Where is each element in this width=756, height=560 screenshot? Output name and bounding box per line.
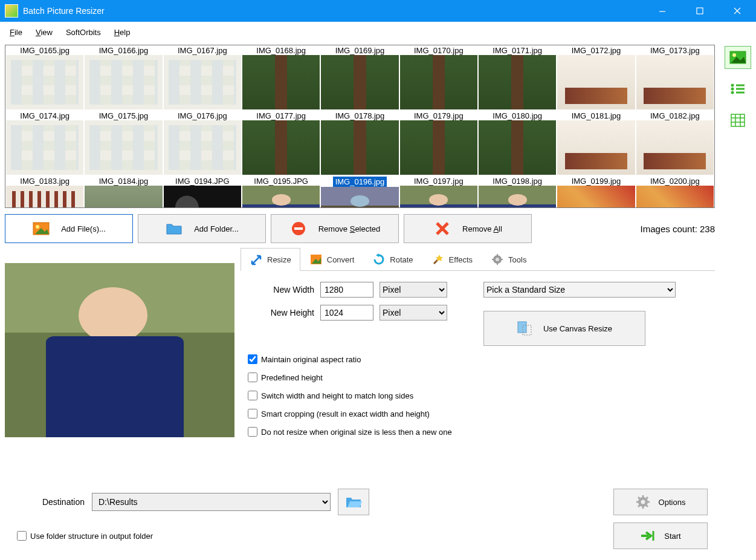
svg-marker-13 — [376, 253, 379, 257]
height-unit-select[interactable]: Pixel — [380, 305, 447, 321]
thumbnail-item[interactable]: IMG_0172.jpg — [557, 45, 635, 111]
thumbnail-item[interactable]: IMG_0167.jpg — [163, 45, 242, 111]
browse-dest-button[interactable] — [338, 489, 369, 515]
new-width-input[interactable] — [320, 282, 373, 298]
thumbnail-item[interactable]: IMG_0170.jpg — [399, 45, 478, 111]
svg-rect-43 — [731, 114, 745, 126]
thumbnail-filename: IMG_0181.jpg — [572, 111, 621, 120]
thumbnail-image — [557, 55, 635, 109]
thumbnail-filename: IMG_0177.jpg — [256, 111, 306, 120]
thumbnail-image — [557, 186, 635, 207]
tab-convert[interactable]: Convert — [300, 248, 364, 270]
gear-icon — [636, 495, 650, 509]
add-files-button[interactable]: Add File(s)... — [5, 214, 133, 243]
options-button[interactable]: Options — [613, 489, 708, 515]
tab-effects[interactable]: Effects — [422, 248, 482, 270]
chk-switch[interactable]: Switch width and height to match long si… — [248, 391, 708, 400]
canvas-resize-button[interactable]: Use Canvas Resize — [483, 311, 645, 346]
minimize-button[interactable] — [644, 0, 681, 22]
thumbnail-image — [321, 187, 398, 207]
tab-tools[interactable]: Tools — [482, 248, 535, 270]
standard-size-select[interactable]: Pick a Standard Size — [483, 282, 676, 298]
chk-aspect[interactable]: Maintain original aspect ratio — [248, 354, 708, 364]
menu-view[interactable]: View — [30, 25, 59, 39]
thumbnail-item[interactable]: IMG_0179.jpg — [399, 111, 478, 176]
width-unit-select[interactable]: Pixel — [380, 282, 447, 298]
view-thumbnails-button[interactable] — [725, 46, 751, 69]
thumbnail-image — [400, 55, 477, 109]
menu-help[interactable]: Help — [108, 25, 137, 39]
remove-all-button[interactable]: Remove All — [404, 214, 532, 243]
thumbnail-item[interactable]: IMG_0184.jpg — [84, 176, 163, 207]
thumbnail-image — [164, 120, 241, 175]
thumbnail-item[interactable]: IMG_0198.jpg — [478, 176, 557, 207]
thumbnail-filename: IMG_0168.jpg — [256, 46, 306, 55]
svg-point-5 — [36, 225, 39, 229]
view-list-button[interactable] — [725, 77, 751, 100]
thumbnail-item[interactable]: IMG_0183.jpg — [5, 176, 84, 207]
svg-point-38 — [731, 88, 734, 91]
thumbnail-filename: IMG_0182.jpg — [650, 111, 700, 120]
thumbnail-image — [242, 55, 320, 109]
preview-pane — [5, 248, 234, 452]
remove-selected-button[interactable]: Remove Selected — [271, 214, 399, 243]
svg-rect-8 — [294, 227, 303, 230]
svg-line-30 — [646, 505, 648, 507]
chk-noup[interactable]: Do not resize when original size is less… — [248, 427, 708, 437]
thumbnail-item[interactable]: IMG_0175.jpg — [84, 111, 163, 176]
thumbnail-filename: IMG_0172.jpg — [572, 46, 621, 55]
thumbnail-item[interactable]: IMG_0182.jpg — [636, 111, 714, 176]
thumbnail-item[interactable]: IMG_0177.jpg — [242, 111, 320, 176]
thumbnail-filename: IMG_0176.jpg — [178, 111, 227, 120]
menu-softorbits[interactable]: SoftOrbits — [60, 25, 107, 39]
thumbnail-item[interactable]: IMG_0174.jpg — [5, 111, 84, 176]
thumbnail-item[interactable]: IMG_0166.jpg — [84, 45, 163, 111]
thumbnail-item[interactable]: IMG_0165.jpg — [5, 45, 84, 111]
view-grid-button[interactable] — [725, 109, 751, 132]
gallery-scroll[interactable]: IMG_0165.jpgIMG_0166.jpgIMG_0167.jpgIMG_… — [5, 45, 714, 207]
thumbnail-item[interactable]: IMG_0181.jpg — [557, 111, 635, 176]
thumbnail-image — [6, 120, 83, 175]
menu-file[interactable]: File — [4, 25, 28, 39]
thumbnail-item[interactable]: IMG_0197.jpg — [399, 176, 478, 207]
thumbnail-gallery: IMG_0165.jpgIMG_0166.jpgIMG_0167.jpgIMG_… — [5, 45, 715, 208]
add-folder-button[interactable]: Add Folder... — [138, 214, 266, 243]
new-height-input[interactable] — [320, 305, 373, 321]
thumbnail-item[interactable]: IMG_0195.JPG — [242, 176, 320, 207]
thumbnail-filename: IMG_0178.jpg — [335, 111, 385, 120]
svg-point-16 — [496, 258, 499, 261]
thumbnail-item[interactable]: IMG_0200.jpg — [636, 176, 714, 207]
thumbnail-item[interactable]: IMG_0199.jpg — [557, 176, 635, 207]
start-icon — [640, 529, 656, 542]
images-count: Images count: 238 — [641, 224, 715, 234]
thumbnail-item[interactable]: IMG_0178.jpg — [320, 111, 399, 176]
thumbnail-item[interactable]: IMG_0176.jpg — [163, 111, 242, 176]
thumbnail-item[interactable]: IMG_0194.JPG — [163, 176, 242, 207]
thumbnail-item[interactable]: IMG_0168.jpg — [242, 45, 320, 111]
thumbnail-image — [557, 120, 635, 175]
maximize-button[interactable] — [681, 0, 719, 22]
start-button[interactable]: Start — [613, 523, 708, 549]
thumbnail-filename: IMG_0166.jpg — [99, 46, 149, 55]
new-width-label: New Width — [248, 285, 314, 295]
tab-rotate[interactable]: Rotate — [363, 248, 422, 270]
chk-folder-structure[interactable]: Use folder structure in output folder — [17, 531, 153, 541]
chk-predefined[interactable]: Predefined height — [248, 373, 708, 382]
dest-label: Destination — [12, 497, 85, 507]
thumbnail-item[interactable]: IMG_0180.jpg — [478, 111, 557, 176]
preview-image — [5, 263, 234, 437]
thumbnail-image — [85, 120, 162, 175]
remove-all-icon — [433, 220, 451, 237]
thumbnail-item[interactable]: IMG_0196.jpg — [320, 176, 399, 207]
thumbnail-item[interactable]: IMG_0173.jpg — [636, 45, 714, 111]
thumbnail-item[interactable]: IMG_0169.jpg — [320, 45, 399, 111]
svg-rect-1 — [697, 8, 703, 14]
chk-smart[interactable]: Smart cropping (result in exact width an… — [248, 409, 708, 418]
thumbnail-image — [636, 186, 714, 207]
thumbnail-item[interactable]: IMG_0171.jpg — [478, 45, 557, 111]
menubar: File View SoftOrbits Help — [0, 22, 756, 42]
destination-select[interactable]: D:\Results — [92, 493, 331, 511]
close-button[interactable] — [719, 0, 756, 22]
svg-line-32 — [638, 505, 640, 507]
tab-resize[interactable]: Resize — [241, 248, 300, 271]
